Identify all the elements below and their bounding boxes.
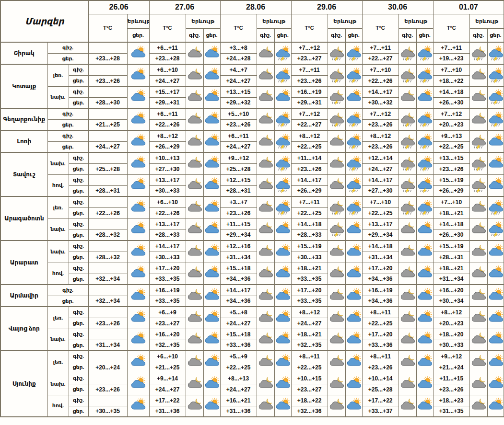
night-icon-cell: [186, 130, 203, 152]
day-temp-cell: +20...+23: [433, 119, 469, 130]
day-sun-cloud-icon: [130, 221, 146, 237]
day-icon-cell: [127, 218, 149, 241]
day-sun-cloud-icon: [275, 288, 291, 304]
night-rain-lightning-icon: [470, 177, 487, 193]
day-icon-cell: [203, 241, 220, 263]
night-moon-cloud-icon: [187, 221, 203, 237]
night-temp-cell: +11...+14: [291, 152, 328, 163]
night-icon-cell: [328, 351, 345, 373]
region-name: Գեղարքունիք: [0, 108, 47, 130]
night-temp-cell: [88, 130, 127, 141]
night-icon-cell: [469, 196, 487, 218]
day-temp-cell: +22...+25: [362, 318, 399, 329]
day-icon-cell: [127, 307, 149, 329]
day-sun-cloud-icon: [204, 288, 220, 304]
night-icon-cell: [257, 196, 274, 218]
night-temp-cell: +14...+17: [149, 241, 186, 252]
day-icon-cell: [203, 218, 220, 241]
night-icon-cell: [469, 395, 487, 417]
night-moon-cloud-icon: [328, 244, 345, 260]
night-row-label: գիշ.: [47, 285, 88, 296]
day-sun-cloud-icon: [346, 89, 362, 105]
day-icon-cell: [345, 329, 362, 351]
day-icon-cell: [345, 108, 362, 130]
night-temp-cell: +7...+11: [291, 64, 328, 75]
night-row-label: գիշ.: [69, 351, 88, 362]
night-icon-cell: [399, 174, 416, 196]
day-sun-cloud-icon: [204, 354, 220, 370]
day-temp-cell: +32...+34: [88, 296, 127, 307]
night-temp-cell: +7...+11: [433, 42, 469, 53]
day-temp-cell: +25...+28: [220, 163, 257, 174]
night-moon-cloud-icon: [187, 68, 203, 83]
day-icon-cell: [345, 130, 362, 152]
day-temp-cell: +33...+36: [220, 340, 257, 351]
night-temp-cell: +15...+18: [220, 263, 257, 274]
day-icon-cell: [274, 196, 291, 218]
day-icon-cell: [416, 42, 433, 64]
night-icon-cell: [186, 351, 203, 373]
night-temp-cell: +17...+20: [362, 263, 399, 274]
night-moon-cloud-icon: [187, 112, 203, 127]
zone-label: նախ.: [47, 152, 69, 174]
night-temp-cell: +17...+22: [149, 395, 186, 406]
night-rain-lightning-icon: [470, 156, 487, 172]
night-temp-cell: +16...+19: [362, 285, 399, 296]
night-icon-cell: [469, 86, 487, 108]
night-icon-cell: [328, 263, 345, 285]
night-temp-cell: +16...+19: [149, 285, 186, 296]
day-temp-cell: +28...+31: [88, 185, 127, 196]
day-temp-cell: +30...+33: [149, 185, 186, 196]
day-sun-cloud-icon: [417, 265, 433, 281]
night-temp-cell: +18...+20: [433, 329, 469, 340]
day-temp-cell: +29...+31: [149, 97, 186, 108]
day-sun-cloud-icon: [346, 376, 362, 392]
day-icon-cell: [416, 307, 433, 329]
day-rain-lightning-icon: [346, 46, 362, 61]
day-icon-cell: [274, 351, 291, 373]
day-temp-cell: +22...+27: [291, 119, 328, 130]
night-row-label: գիշ.: [69, 241, 88, 252]
night-moon-cloud-icon: [470, 332, 487, 347]
day-sun-cloud-icon: [130, 68, 146, 83]
day-temp-cell: +28...+31: [433, 252, 469, 263]
night-temp-cell: +7...+10: [433, 196, 469, 207]
night-temp-cell: +15...+19: [433, 241, 469, 252]
day-label: ցեր.: [416, 28, 433, 42]
zone-label: լեռ.: [47, 307, 69, 329]
night-icon-cell: [186, 218, 203, 241]
night-temp-cell: +18...+23: [433, 395, 469, 406]
day-icon-cell: [416, 86, 433, 108]
day-sun-cloud-icon: [417, 376, 433, 392]
day-sun-cloud-icon: [130, 200, 146, 216]
night-row-label: գիշ.: [69, 64, 88, 75]
night-moon-cloud-icon: [258, 200, 274, 216]
day-temp-cell: +23...+27: [149, 318, 186, 329]
day-sun-cloud-icon: [275, 354, 291, 370]
day-icon-cell: [203, 395, 220, 417]
night-temp-cell: +14...+18: [433, 86, 469, 97]
night-rain-lightning-icon: [328, 89, 345, 105]
day-icon-cell: [203, 373, 220, 395]
night-icon-cell: [469, 218, 487, 241]
day-icon-cell: [345, 307, 362, 329]
zone-label: հով.: [47, 174, 69, 196]
night-moon-cloud-icon: [328, 156, 345, 172]
night-moon-cloud-icon: [399, 221, 416, 237]
night-moon-cloud-icon: [187, 46, 203, 61]
day-temp-cell: +26...+29: [149, 141, 186, 152]
night-moon-cloud-icon: [470, 89, 487, 105]
day-temp-cell: +22...+25: [291, 207, 328, 218]
night-rain-lightning-icon: [399, 46, 416, 61]
day-sun-cloud-icon: [204, 200, 220, 216]
night-moon-cloud-icon: [399, 310, 416, 326]
night-icon-cell: [399, 373, 416, 395]
night-temp-cell: +10...+13: [149, 152, 186, 163]
day-sun-cloud-icon: [417, 354, 433, 370]
night-temp-cell: +13...+17: [362, 218, 399, 230]
day-rain-lightning-icon: [346, 200, 362, 216]
night-icon-cell: [469, 108, 487, 130]
day-temp-cell: +23...+26: [362, 119, 399, 130]
temperature-header: T°C: [149, 14, 186, 42]
day-temp-cell: +33...+35: [291, 296, 328, 307]
